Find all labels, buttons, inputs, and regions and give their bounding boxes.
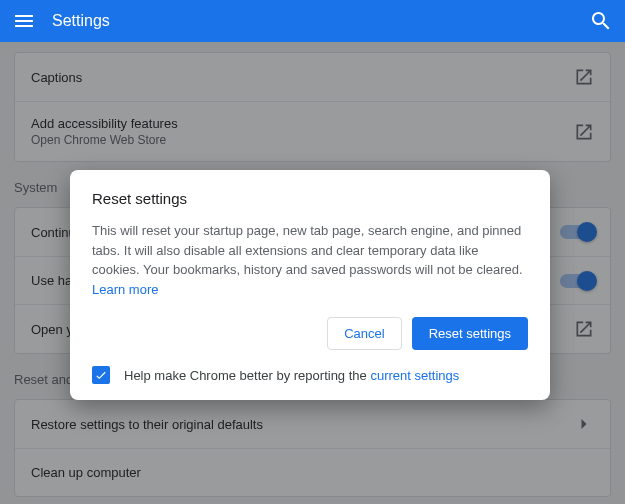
report-text: Help make Chrome better by reporting the… xyxy=(124,368,459,383)
dialog-body: This will reset your startup page, new t… xyxy=(92,221,528,299)
cancel-button[interactable]: Cancel xyxy=(327,317,401,350)
report-checkbox[interactable] xyxy=(92,366,110,384)
current-settings-link[interactable]: current settings xyxy=(370,368,459,383)
page-title: Settings xyxy=(52,12,589,30)
dialog-title: Reset settings xyxy=(92,190,528,207)
dialog-actions: Cancel Reset settings xyxy=(92,317,528,350)
report-pre: Help make Chrome better by reporting the xyxy=(124,368,370,383)
search-icon[interactable] xyxy=(589,9,613,33)
reset-dialog: Reset settings This will reset your star… xyxy=(70,170,550,400)
check-icon xyxy=(94,368,108,382)
app-header: Settings xyxy=(0,0,625,42)
dialog-body-text: This will reset your startup page, new t… xyxy=(92,223,523,277)
menu-icon[interactable] xyxy=(12,9,36,33)
dialog-footer: Help make Chrome better by reporting the… xyxy=(92,364,528,384)
reset-settings-button[interactable]: Reset settings xyxy=(412,317,528,350)
learn-more-link[interactable]: Learn more xyxy=(92,282,158,297)
